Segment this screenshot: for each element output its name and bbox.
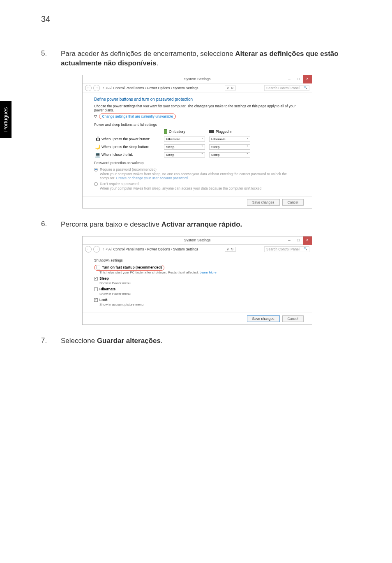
hibernate-checkbox[interactable]: Hibernate	[94, 287, 300, 291]
lock-checkbox[interactable]: Lock	[94, 298, 300, 302]
checkbox-label: Sleep	[99, 276, 109, 280]
step-number: 6.	[41, 220, 61, 229]
checkbox-label: Lock	[99, 298, 108, 302]
page-number: 34	[41, 14, 50, 24]
shutdown-section-label: Shutdown settings	[94, 258, 300, 262]
window-buttons: – □ ×	[285, 236, 312, 245]
sleep-checkbox[interactable]: Sleep	[94, 276, 300, 280]
window-titlebar: System Settings – □ ×	[83, 236, 312, 245]
power-plugged-select[interactable]: Hibernate˅	[209, 137, 250, 142]
refresh-button[interactable]: v ↻	[225, 247, 236, 252]
on-battery-header: On battery	[164, 129, 209, 134]
dont-require-password-option: Don't require a password When your compu…	[94, 182, 300, 190]
breadcrumb[interactable]: « All Control Panel Items › Power Option…	[106, 247, 198, 251]
column-headers: On battery Plugged in	[94, 129, 300, 134]
section-label: Power and sleep buttons and lid settings	[94, 123, 300, 127]
up-button[interactable]: ↑	[103, 86, 104, 90]
text-prefix: Para aceder às definições de encerrament…	[61, 50, 235, 58]
search-input[interactable]: Search Control Panel🔍	[264, 246, 309, 252]
row-label: When I press the power button:	[101, 137, 164, 141]
window-title: System Settings	[83, 75, 312, 81]
sleep-description: Show in Power menu.	[99, 281, 300, 285]
screenshot-system-settings-1: System Settings – □ × ← → ↑ « All Contro…	[82, 75, 312, 209]
sleep-plugged-select[interactable]: Sleep˅	[209, 144, 250, 150]
panel-body: Define power buttons and turn on passwor…	[83, 93, 312, 196]
back-button[interactable]: ←	[85, 85, 92, 91]
step-number: 5.	[41, 49, 61, 68]
step-7: 7. Seleccione Guardar alterações.	[41, 336, 367, 346]
search-input[interactable]: Search Control Panel🔍	[264, 85, 309, 91]
power-button-row: ⏻ When I press the power button: Hiberna…	[94, 137, 300, 142]
maximize-button[interactable]: □	[294, 75, 303, 83]
radio-unselected[interactable]	[94, 182, 98, 186]
text-prefix: Seleccione	[61, 337, 97, 345]
highlighted-fast-startup: Turn on fast startup (recommended)	[94, 265, 164, 271]
language-label: Português	[3, 107, 9, 131]
laptop-icon: 💻	[94, 152, 101, 158]
create-password-link[interactable]: Create or change your user account passw…	[116, 176, 188, 180]
radio-description: When your computer wakes from sleep, any…	[100, 186, 263, 190]
screenshot-system-settings-2: System Settings – □ × ← → ↑ « All Contro…	[82, 236, 312, 325]
language-tab: Português	[0, 101, 12, 138]
row-label: When I close the lid:	[101, 153, 164, 157]
checkbox-label: Hibernate	[99, 287, 115, 291]
radio-label: Don't require a password	[100, 182, 263, 186]
fast-startup-description: This helps start your PC faster after sh…	[99, 271, 300, 274]
address-bar: ← → ↑ « All Control Panel Items › Power …	[83, 83, 312, 93]
step-text: Para aceder às definições de encerrament…	[61, 49, 367, 68]
step-5: 5. Para aceder às definições de encerram…	[41, 49, 367, 68]
cancel-button[interactable]: Cancel	[282, 199, 304, 206]
save-changes-button[interactable]: Save changes	[247, 199, 280, 206]
forward-button[interactable]: →	[93, 85, 100, 91]
checkbox-label: Turn on fast startup (recommended)	[102, 265, 162, 269]
password-section-label: Password protection on wakeup	[94, 161, 300, 165]
minimize-button[interactable]: –	[285, 236, 294, 245]
sleep-button-row: 🌙 When I press the sleep button: Sleep˅ …	[94, 144, 300, 150]
battery-icon	[164, 129, 167, 134]
step-6: 6. Percorra para baixo e desactive Activ…	[41, 220, 367, 229]
hibernate-description: Show in Power menu.	[99, 292, 300, 296]
minimize-button[interactable]: –	[285, 75, 294, 83]
text-period: .	[161, 337, 163, 345]
close-button[interactable]: ×	[303, 75, 312, 83]
window-titlebar: System Settings – □ ×	[83, 75, 312, 83]
checkbox-checked[interactable]	[94, 298, 98, 302]
text-period: .	[156, 59, 158, 67]
sleep-battery-select[interactable]: Sleep˅	[164, 144, 205, 150]
lid-row: 💻 When I close the lid: Sleep˅ Sleep˅	[94, 152, 300, 158]
checkbox-checked[interactable]	[94, 277, 98, 280]
cancel-button[interactable]: Cancel	[282, 315, 304, 322]
page-content: 5. Para aceder às definições de encerram…	[41, 49, 367, 352]
save-changes-button[interactable]: Save changes	[247, 315, 280, 322]
power-battery-select[interactable]: Hibernate˅	[164, 137, 205, 142]
refresh-button[interactable]: v ↻	[225, 86, 236, 90]
up-button[interactable]: ↑	[103, 247, 104, 251]
text-bold: Guardar alterações	[97, 337, 161, 345]
description-text: Choose the power settings that you want …	[94, 104, 300, 112]
require-password-option: Require a password (recommended) When yo…	[94, 167, 300, 180]
maximize-button[interactable]: □	[294, 236, 303, 245]
button-row: Save changes Cancel	[83, 196, 312, 208]
window-title: System Settings	[83, 236, 312, 242]
button-row: Save changes Cancel	[83, 313, 312, 324]
power-icon: ⏻	[94, 137, 101, 141]
close-button[interactable]: ×	[303, 236, 312, 245]
step-text: Percorra para baixo e desactive Activar …	[61, 220, 367, 229]
highlighted-link-wrap: 🛡 Change settings that are currently una…	[94, 114, 300, 119]
checkbox-unchecked[interactable]	[94, 287, 98, 291]
window-buttons: – □ ×	[285, 75, 312, 83]
address-bar: ← → ↑ « All Control Panel Items › Power …	[83, 245, 312, 254]
sleep-icon: 🌙	[94, 144, 101, 150]
radio-label: Require a password (recommended)	[100, 167, 300, 171]
learn-more-link[interactable]: Learn More	[200, 271, 217, 274]
back-button[interactable]: ←	[85, 246, 92, 253]
forward-button[interactable]: →	[93, 246, 100, 253]
lid-plugged-select[interactable]: Sleep˅	[209, 152, 250, 158]
change-settings-link[interactable]: Change settings that are currently unava…	[99, 114, 176, 119]
radio-selected[interactable]	[94, 168, 98, 171]
breadcrumb[interactable]: « All Control Panel Items › Power Option…	[106, 86, 198, 90]
lid-battery-select[interactable]: Sleep˅	[164, 152, 205, 158]
checkbox-unchecked[interactable]	[97, 266, 100, 269]
step-text: Seleccione Guardar alterações.	[61, 336, 367, 346]
fast-startup-checkbox[interactable]: Turn on fast startup (recommended)	[97, 265, 162, 269]
